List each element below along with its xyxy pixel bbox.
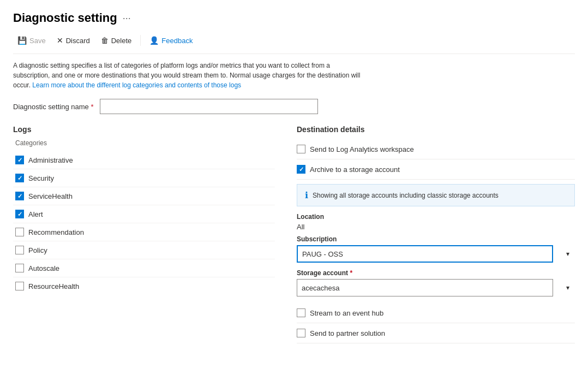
resourcehealth-label[interactable]: ResourceHealth — [28, 282, 79, 290]
toolbar-separator — [140, 35, 141, 46]
feedback-button[interactable]: 👤 Feedback — [145, 34, 197, 47]
storage-subsection: ℹ Showing all storage accounts including… — [297, 184, 575, 296]
main-content: Logs Categories Administrative Security … — [13, 125, 575, 343]
location-field: Location All — [297, 213, 575, 231]
alert-label[interactable]: Alert — [28, 210, 43, 218]
log-item-policy: Policy — [13, 241, 275, 259]
servicehealth-checkbox[interactable] — [15, 192, 24, 200]
autoscale-label[interactable]: Autoscale — [28, 264, 59, 272]
subscription-select-wrapper: PAUG - OSS ▾ — [297, 245, 575, 263]
resourcehealth-checkbox[interactable] — [15, 282, 24, 290]
toolbar: 💾 Save ✕ Discard 🗑 Delete 👤 Feedback — [13, 34, 575, 54]
recommendation-checkbox[interactable] — [15, 228, 24, 236]
location-value: All — [297, 223, 575, 231]
log-item-recommendation: Recommendation — [13, 223, 275, 241]
discard-icon: ✕ — [57, 36, 63, 45]
description-text: A diagnostic setting specifies a list of… — [13, 61, 362, 90]
feedback-icon: 👤 — [149, 36, 159, 45]
log-item-resourcehealth: ResourceHealth — [13, 277, 275, 295]
subscription-select[interactable]: PAUG - OSS — [297, 245, 553, 263]
learn-more-link[interactable]: Learn more about the different log categ… — [32, 81, 241, 89]
more-options-icon[interactable]: ··· — [123, 13, 131, 24]
policy-label[interactable]: Policy — [28, 246, 47, 254]
storage-account-select[interactable]: acecachesa — [297, 279, 553, 296]
security-checkbox[interactable] — [15, 174, 24, 182]
destination-section-title: Destination details — [297, 125, 575, 134]
delete-button[interactable]: 🗑 Delete — [97, 34, 136, 47]
log-analytics-label[interactable]: Send to Log Analytics workspace — [310, 145, 414, 153]
autoscale-checkbox[interactable] — [15, 264, 24, 272]
logs-section-title: Logs — [13, 125, 275, 134]
dest-storage-account: Archive to a storage account — [297, 159, 575, 180]
save-icon: 💾 — [17, 36, 27, 45]
dest-partner-solution: Send to partner solution — [297, 323, 575, 343]
storage-account-label[interactable]: Archive to a storage account — [310, 165, 400, 174]
security-label[interactable]: Security — [28, 174, 54, 182]
save-button[interactable]: 💾 Save — [13, 34, 50, 47]
categories-label: Categories — [15, 139, 275, 147]
subscription-chevron-icon: ▾ — [566, 250, 569, 258]
log-item-servicehealth: ServiceHealth — [13, 187, 275, 205]
info-icon: ℹ — [305, 190, 308, 200]
subscription-label: Subscription — [297, 235, 575, 243]
storage-required-marker: * — [350, 269, 352, 277]
page-header: Diagnostic setting ··· — [13, 11, 575, 25]
discard-button[interactable]: ✕ Discard — [52, 34, 94, 47]
log-item-autoscale: Autoscale — [13, 259, 275, 277]
subscription-field: Subscription PAUG - OSS ▾ — [297, 235, 575, 263]
servicehealth-label[interactable]: ServiceHealth — [28, 192, 73, 200]
diagnostic-name-input[interactable] — [100, 99, 318, 114]
event-hub-checkbox[interactable] — [297, 308, 305, 317]
alert-checkbox[interactable] — [15, 210, 24, 218]
storage-account-checkbox[interactable] — [297, 165, 305, 174]
dest-log-analytics: Send to Log Analytics workspace — [297, 139, 575, 159]
info-banner: ℹ Showing all storage accounts including… — [297, 184, 575, 206]
logs-section: Logs Categories Administrative Security … — [13, 125, 275, 343]
dest-event-hub: Stream to an event hub — [297, 303, 575, 323]
administrative-checkbox[interactable] — [15, 156, 24, 164]
partner-solution-label[interactable]: Send to partner solution — [310, 329, 385, 337]
log-item-administrative: Administrative — [13, 151, 275, 169]
partner-solution-checkbox[interactable] — [297, 329, 305, 337]
delete-icon: 🗑 — [101, 36, 109, 45]
name-label: Diagnostic setting name * — [13, 103, 93, 111]
policy-checkbox[interactable] — [15, 246, 24, 254]
location-label: Location — [297, 213, 575, 221]
destination-section: Destination details Send to Log Analytic… — [297, 125, 575, 343]
storage-account-label: Storage account * — [297, 269, 575, 277]
event-hub-label[interactable]: Stream to an event hub — [310, 309, 383, 317]
log-item-alert: Alert — [13, 205, 275, 223]
recommendation-label[interactable]: Recommendation — [28, 228, 84, 236]
page-title: Diagnostic setting — [13, 11, 117, 25]
storage-account-select-wrapper: acecachesa ▾ — [297, 279, 575, 296]
diagnostic-name-row: Diagnostic setting name * — [13, 99, 575, 114]
storage-account-field: Storage account * acecachesa ▾ — [297, 269, 575, 296]
log-item-security: Security — [13, 169, 275, 187]
log-analytics-checkbox[interactable] — [297, 145, 305, 153]
required-marker: * — [91, 103, 93, 111]
storage-account-chevron-icon: ▾ — [566, 284, 569, 292]
info-banner-text: Showing all storage accounts including c… — [313, 192, 499, 199]
administrative-label[interactable]: Administrative — [28, 156, 73, 164]
